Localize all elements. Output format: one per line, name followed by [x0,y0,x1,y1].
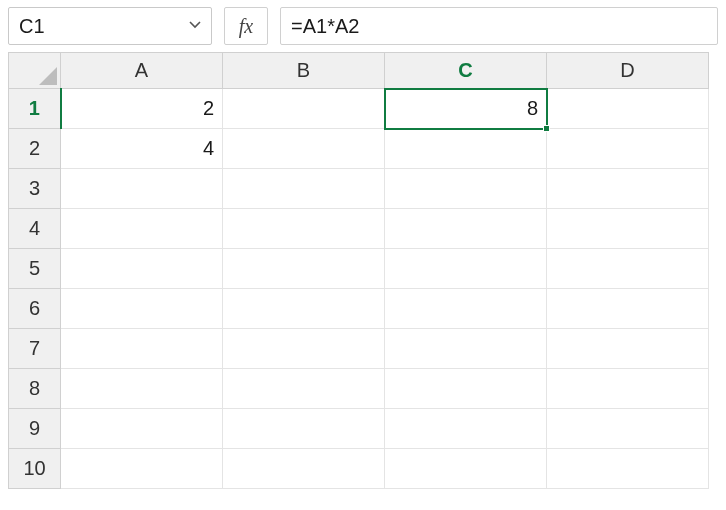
cell-c3[interactable] [385,169,547,209]
cell-a9[interactable] [61,409,223,449]
cell-b8[interactable] [223,369,385,409]
cell-b6[interactable] [223,289,385,329]
grid-table: ABCD 12824345678910 [8,52,709,489]
row-header-8[interactable]: 8 [9,369,61,409]
select-all-corner[interactable] [9,53,61,89]
formula-input[interactable]: =A1*A2 [280,7,718,45]
cell-a6[interactable] [61,289,223,329]
cell-a1[interactable]: 2 [61,89,223,129]
cell-b4[interactable] [223,209,385,249]
cell-a4[interactable] [61,209,223,249]
cell-d2[interactable] [547,129,709,169]
row-header-1[interactable]: 1 [9,89,61,129]
cell-b10[interactable] [223,449,385,489]
name-box[interactable]: C1 [8,7,212,45]
cell-a8[interactable] [61,369,223,409]
cell-c5[interactable] [385,249,547,289]
row-header-7[interactable]: 7 [9,329,61,369]
cell-b3[interactable] [223,169,385,209]
column-header-c[interactable]: C [385,53,547,89]
cell-d8[interactable] [547,369,709,409]
cell-d7[interactable] [547,329,709,369]
cell-c9[interactable] [385,409,547,449]
cell-d10[interactable] [547,449,709,489]
row-header-6[interactable]: 6 [9,289,61,329]
cell-d3[interactable] [547,169,709,209]
cell-c2[interactable] [385,129,547,169]
cell-d4[interactable] [547,209,709,249]
formula-bar: C1 fx =A1*A2 [0,0,726,52]
cell-b5[interactable] [223,249,385,289]
cell-a7[interactable] [61,329,223,369]
cell-a2[interactable]: 4 [61,129,223,169]
cell-b1[interactable] [223,89,385,129]
column-header-a[interactable]: A [61,53,223,89]
cell-a5[interactable] [61,249,223,289]
cell-c8[interactable] [385,369,547,409]
svg-marker-0 [39,67,57,85]
cell-c1[interactable]: 8 [385,89,547,129]
cell-d6[interactable] [547,289,709,329]
chevron-down-icon[interactable] [189,18,203,34]
cell-b9[interactable] [223,409,385,449]
cell-c6[interactable] [385,289,547,329]
cell-d9[interactable] [547,409,709,449]
cell-b7[interactable] [223,329,385,369]
row-header-10[interactable]: 10 [9,449,61,489]
cell-d1[interactable] [547,89,709,129]
cell-c7[interactable] [385,329,547,369]
formula-text: =A1*A2 [291,15,359,38]
cell-a3[interactable] [61,169,223,209]
cell-b2[interactable] [223,129,385,169]
row-header-9[interactable]: 9 [9,409,61,449]
cell-c10[interactable] [385,449,547,489]
spreadsheet-grid: ABCD 12824345678910 [0,52,726,489]
column-header-d[interactable]: D [547,53,709,89]
insert-function-button[interactable]: fx [224,7,268,45]
fx-icon: fx [239,15,253,38]
cell-d5[interactable] [547,249,709,289]
column-header-b[interactable]: B [223,53,385,89]
cell-a10[interactable] [61,449,223,489]
row-header-2[interactable]: 2 [9,129,61,169]
name-box-value: C1 [19,15,45,38]
row-header-5[interactable]: 5 [9,249,61,289]
row-header-3[interactable]: 3 [9,169,61,209]
row-header-4[interactable]: 4 [9,209,61,249]
cell-c4[interactable] [385,209,547,249]
